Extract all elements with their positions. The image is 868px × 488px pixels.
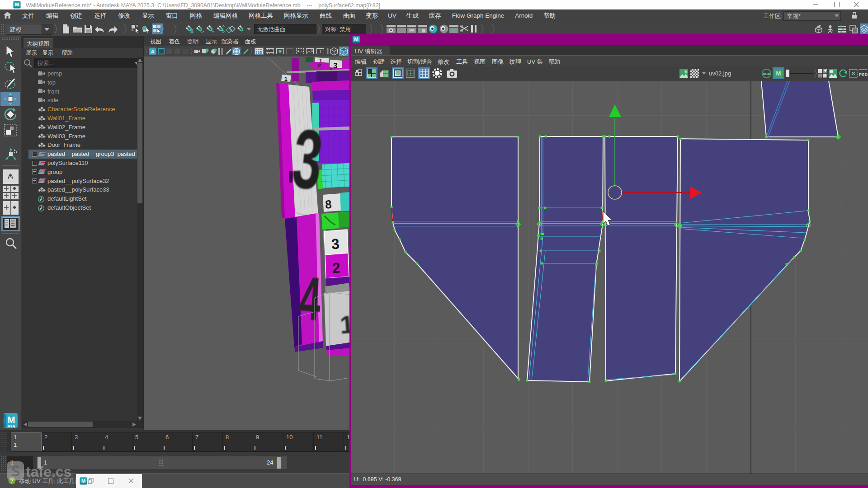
svg-text:IPR: IPR <box>409 29 415 32</box>
svg-text:8: 8 <box>325 197 332 211</box>
svg-text:uv02.jpg: uv02.jpg <box>709 70 731 77</box>
svg-text:T: T <box>319 49 321 54</box>
svg-text:M: M <box>776 70 781 77</box>
svg-text:2: 2 <box>332 259 341 276</box>
svg-text:M: M <box>81 478 85 483</box>
svg-text:3: 3 <box>331 235 340 252</box>
svg-text:A: A <box>151 49 154 54</box>
svg-text:1: 1 <box>339 310 349 339</box>
svg-text:PSD: PSD <box>859 72 868 77</box>
svg-text:1: 1 <box>284 76 288 82</box>
svg-text:M: M <box>8 415 15 425</box>
svg-text:AYA: AYA <box>7 424 15 428</box>
svg-text:RGB: RGB <box>763 72 770 76</box>
svg-text:M: M <box>354 37 359 42</box>
svg-text:M: M <box>15 2 19 7</box>
